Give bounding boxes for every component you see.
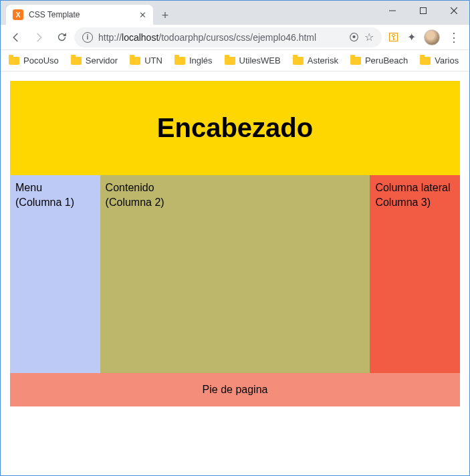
bookmark-folder-utn[interactable]: UTN bbox=[130, 55, 162, 66]
tab-close-icon[interactable]: ✕ bbox=[139, 10, 146, 20]
folder-icon bbox=[130, 57, 140, 65]
window-controls bbox=[377, 1, 469, 21]
folder-icon bbox=[225, 57, 235, 65]
bookmark-folder-varios[interactable]: Varios bbox=[420, 55, 459, 66]
profile-avatar[interactable] bbox=[424, 29, 440, 45]
bookmark-folder-servidor[interactable]: Servidor bbox=[71, 55, 118, 66]
bookmark-folder-pocouso[interactable]: PocoUso bbox=[9, 55, 59, 66]
page-title: Encabezado bbox=[17, 113, 453, 143]
url-text: http://localhost/todoarphp/cursos/css/ej… bbox=[98, 32, 344, 43]
xampp-favicon-icon: X bbox=[13, 9, 23, 20]
page-viewport: Encabezado Menu (Columna 1) Contenido (C… bbox=[1, 72, 469, 475]
folder-icon bbox=[174, 57, 185, 65]
folder-icon bbox=[9, 57, 19, 65]
close-window-button[interactable] bbox=[439, 1, 469, 21]
page-header: Encabezado bbox=[10, 81, 460, 175]
forward-button[interactable] bbox=[29, 27, 49, 47]
bookmark-folder-perubeach[interactable]: PeruBeach bbox=[350, 55, 408, 66]
page-footer: Pie de pagina bbox=[10, 373, 460, 406]
toolbar-right-icons: ⚿ ✦ ⋮ bbox=[384, 29, 464, 45]
tab-title: CSS Template bbox=[29, 10, 134, 19]
maximize-button[interactable] bbox=[408, 1, 439, 21]
new-tab-button[interactable]: + bbox=[156, 6, 174, 25]
column-sidebar: Columna lateral Columna 3) bbox=[370, 175, 460, 373]
kebab-menu-icon[interactable]: ⋮ bbox=[448, 30, 460, 45]
folder-icon bbox=[350, 57, 361, 65]
address-bar[interactable]: i http://localhost/todoarphp/cursos/css/… bbox=[74, 27, 382, 47]
browser-toolbar: i http://localhost/todoarphp/cursos/css/… bbox=[1, 25, 469, 50]
reload-button[interactable] bbox=[51, 27, 72, 47]
bookmark-folder-utilesweb[interactable]: UtilesWEB bbox=[225, 55, 281, 66]
passwords-key-icon[interactable]: ⚿ bbox=[388, 31, 399, 43]
bookmarks-bar: PocoUso Servidor UTN Inglés UtilesWEB As… bbox=[1, 50, 469, 72]
minimize-button[interactable] bbox=[377, 1, 408, 21]
translate-icon[interactable]: ⦿ bbox=[349, 31, 359, 43]
folder-icon bbox=[71, 57, 82, 65]
extensions-icon[interactable]: ✦ bbox=[407, 31, 416, 43]
column-menu: Menu (Columna 1) bbox=[10, 175, 100, 373]
bookmark-star-icon[interactable]: ☆ bbox=[364, 31, 374, 43]
column-content: Contenido (Columna 2) bbox=[100, 175, 370, 373]
folder-icon bbox=[420, 57, 431, 65]
browser-tab[interactable]: X CSS Template ✕ bbox=[6, 5, 153, 25]
folder-icon bbox=[293, 57, 304, 65]
bookmark-folder-asterisk[interactable]: Asterisk bbox=[293, 55, 338, 66]
svg-rect-1 bbox=[421, 8, 427, 14]
site-info-icon[interactable]: i bbox=[82, 32, 93, 43]
bookmark-folder-ingles[interactable]: Inglés bbox=[174, 55, 213, 66]
page-columns: Menu (Columna 1) Contenido (Columna 2) C… bbox=[10, 175, 460, 373]
back-button[interactable] bbox=[6, 27, 26, 47]
